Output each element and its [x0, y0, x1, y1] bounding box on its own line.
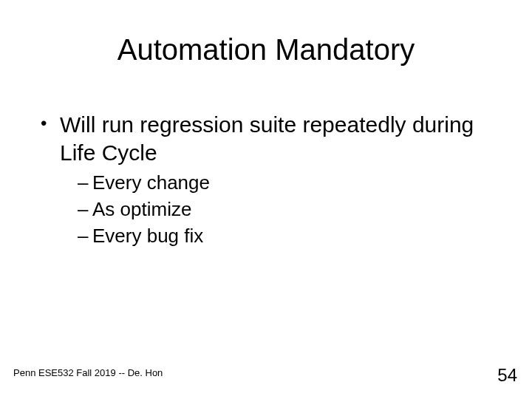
bullet-list-level2: Every change As optimize Every bug fix	[60, 171, 491, 248]
bullet-level2-item: Every bug fix	[78, 224, 491, 249]
slide: Automation Mandatory Will run regression…	[0, 0, 532, 399]
bullet-text: Every bug fix	[92, 225, 203, 247]
slide-body: Will run regression suite repeatedly dur…	[41, 111, 491, 259]
slide-title: Automation Mandatory	[0, 33, 532, 66]
bullet-text: Will run regression suite repeatedly dur…	[60, 112, 474, 165]
bullet-level2-item: Every change	[78, 171, 491, 196]
bullet-level1-item: Will run regression suite repeatedly dur…	[41, 111, 491, 248]
slide-number: 54	[497, 365, 517, 386]
bullet-text: As optimize	[92, 198, 191, 220]
bullet-text: Every change	[92, 171, 210, 194]
footer-course-info: Penn ESE532 Fall 2019 -- De. Hon	[13, 367, 163, 378]
bullet-list-level1: Will run regression suite repeatedly dur…	[41, 111, 491, 248]
bullet-level2-item: As optimize	[78, 197, 491, 222]
